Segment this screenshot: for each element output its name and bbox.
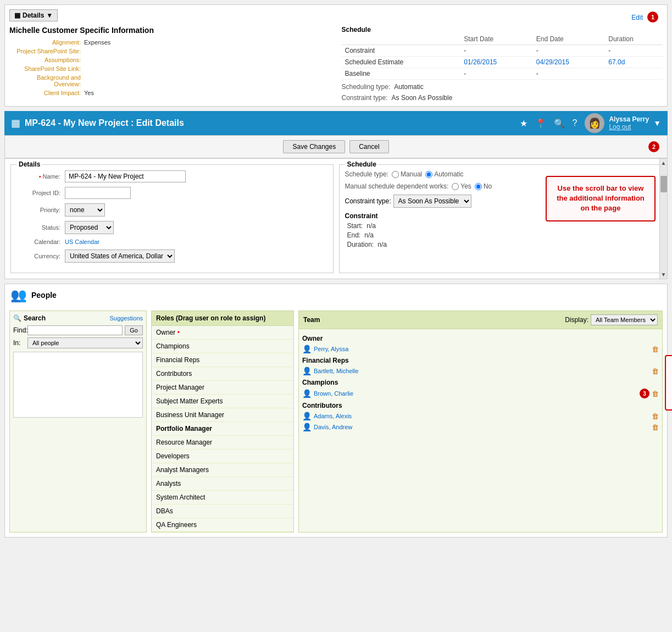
scroll-thumb[interactable] [660,176,667,192]
role-dbas[interactable]: DBAs [152,505,293,518]
currency-label: Currency: [16,253,60,259]
role-developers[interactable]: Developers [152,450,293,463]
dropdown-icon[interactable]: ▼ [46,12,53,19]
member-name-adams[interactable]: Adams, Alexis [314,413,649,419]
project-id-row: Project ID: [16,187,327,199]
manual-radio[interactable] [392,171,399,178]
priority-select[interactable]: none Low Medium High [65,203,105,217]
delete-icon-adams[interactable]: 🗑 [652,412,659,420]
sharepoint-link-row: SharePoint Site Link: [9,65,331,72]
delete-icon-bartlett[interactable]: 🗑 [652,367,659,375]
status-label: Status: [16,224,60,231]
team-header: Team Display: All Team Members Champions… [299,311,662,329]
member-name-perry[interactable]: Perry, Alyssa [314,346,649,352]
team-content: Owner 👤 Perry, Alyssa 🗑 Financial Reps 👤… [299,329,662,436]
manual-radio-label[interactable]: Manual [392,170,422,178]
search-icon[interactable]: 🔍 [554,118,565,129]
app-icon: ▦ [11,117,20,129]
member-name-brown[interactable]: Brown, Charlie [314,390,637,397]
role-owner[interactable]: Owner • [152,326,293,340]
role-analysts[interactable]: Analysts [152,477,293,491]
suggestions-link[interactable]: Suggestions [109,315,143,321]
name-label: Name: [16,173,60,180]
role-contributors[interactable]: Contributors [152,367,293,381]
member-icon-adams: 👤 [302,412,312,420]
star-icon[interactable]: ★ [520,118,527,129]
constraint-type-select[interactable]: As Soon As Possible As Late As Possible [393,195,471,208]
priority-row: Priority: none Low Medium High [16,203,327,217]
team-title: Team [303,316,320,324]
find-input[interactable] [27,325,123,335]
automatic-radio-label[interactable]: Automatic [425,170,463,178]
location-icon[interactable]: 📍 [535,118,546,129]
status-select[interactable]: Proposed Active On Hold Completed [65,221,114,234]
side-scrollbar[interactable]: ▲ ▼ [659,159,667,279]
member-icon: 👤 [302,345,312,353]
constraint-end-value: n/a [364,231,374,239]
name-input[interactable] [65,170,186,182]
schedule-table: Start Date End Date Duration Constraint … [342,34,663,80]
project-id-input[interactable] [65,187,131,199]
sharepoint-site-row: Project SharePoint Site: [9,48,331,54]
delete-icon-perry[interactable]: 🗑 [652,345,659,353]
no-radio[interactable] [475,183,482,190]
role-analyst-managers[interactable]: Analyst Managers [152,463,293,477]
scroll-up-arrow[interactable]: ▲ [660,159,668,167]
constraint-start-value: n/a [366,222,376,230]
delete-icon-brown[interactable]: 🗑 [652,390,659,398]
delete-icon-davis[interactable]: 🗑 [652,423,659,431]
role-financial-reps[interactable]: Financial Reps [152,353,293,367]
role-champions[interactable]: Champions [152,340,293,353]
user-name: Alyssa Perry [609,115,649,123]
toolbar: Save Changes Cancel 2 [4,135,668,158]
find-row: Find: Go [13,325,143,335]
role-resource-manager[interactable]: Resource Manager [152,436,293,450]
schedule-title: Schedule [342,26,663,34]
schedule-right-column: Schedule Start Date End Date Duration Co… [342,26,663,102]
scroll-down-arrow[interactable]: ▼ [660,270,668,279]
people-content: 🔍 Search Suggestions Find: Go In: All pe… [5,306,667,537]
scroll-tooltip: Use the scroll bar to view the additiona… [546,176,656,221]
details-title: Michelle Customer Specific Information [9,26,331,35]
in-select[interactable]: All people My Team My Organization [27,337,143,348]
save-changes-button[interactable]: Save Changes [283,140,345,153]
roles-header: Roles (Drag user on role to assign) [152,311,293,326]
no-radio-label[interactable]: No [475,182,492,190]
logout-link[interactable]: Log out [609,123,649,131]
status-row: Status: Proposed Active On Hold Complete… [16,221,327,234]
edit-button[interactable]: Edit [631,14,643,21]
role-qa-engineers[interactable]: QA Engineers [152,518,293,532]
cancel-button[interactable]: Cancel [349,140,388,153]
role-subject-matter-experts[interactable]: Subject Matter Experts [152,395,293,408]
scheduling-type-row: Scheduling type: Automatic [342,83,663,91]
role-portfolio-manager[interactable]: Portfolio Manager [152,422,293,436]
user-dropdown-icon[interactable]: ▼ [653,119,661,127]
calendar-label: Calendar: [16,239,60,245]
details-legend: Details [16,160,42,168]
team-member-adams: 👤 Adams, Alexis 🗑 [302,411,659,422]
schedule-type-label: Schedule type: [345,170,388,178]
calendar-row: Calendar: US Calendar [16,239,327,245]
roles-panel: Roles (Drag user on role to assign) Owne… [151,311,294,533]
header-icons: ★ 📍 🔍 ? 👩 Alyssa Perry Log out ▼ [520,113,662,133]
team-owner-label: Owner [302,335,659,342]
yes-radio-label[interactable]: Yes [452,182,471,190]
details-left-column: Michelle Customer Specific Information A… [9,26,331,102]
display-select[interactable]: All Team Members Champions Contributors [591,314,658,325]
display-row: Display: All Team Members Champions Cont… [565,314,658,325]
member-name-davis[interactable]: Davis, Andrew [314,424,649,430]
constraint-duration-value: n/a [377,241,387,248]
go-button[interactable]: Go [125,325,143,335]
name-field-row: Name: [16,170,327,182]
role-system-architect[interactable]: System Architect [152,491,293,505]
role-project-manager[interactable]: Project Manager [152,381,293,395]
help-icon[interactable]: ? [573,118,577,128]
team-member-perry: 👤 Perry, Alyssa 🗑 [302,343,659,354]
background-row: Background and Overview: [9,74,331,87]
currency-select[interactable]: United States of America, Dollars (USD) [65,250,175,263]
automatic-radio[interactable] [425,171,432,178]
yes-label: Yes [460,182,471,190]
yes-radio[interactable] [452,183,459,190]
member-name-bartlett[interactable]: Bartlett, Michelle [314,368,649,374]
role-business-unit-manager[interactable]: Business Unit Manager [152,408,293,422]
